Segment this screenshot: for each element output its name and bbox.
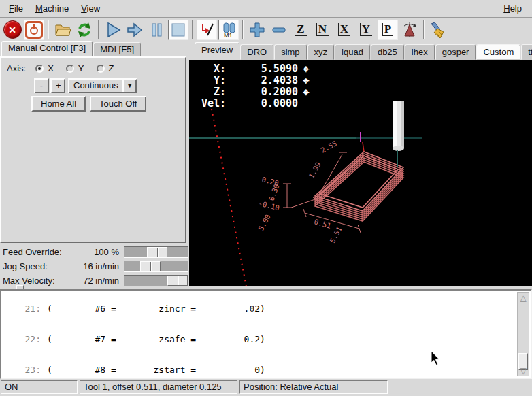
svg-text:2.55: 2.55 — [319, 139, 338, 154]
svg-text:1.99: 1.99 — [307, 161, 322, 180]
gcode-line[interactable]: 22:( #7 = zsafe = 0.2) — [1, 334, 516, 344]
optional-stop-toggle[interactable]: M1 — [218, 20, 239, 40]
max-velocity-handle[interactable] — [167, 276, 188, 286]
optional-stop-icon: M1 — [220, 21, 237, 39]
view-y-button[interactable]: Y — [356, 20, 376, 40]
manual-control-frame: Axis: X Y Z - + Continuous ▼ — [0, 56, 186, 243]
tab-xyz[interactable]: xyz — [307, 44, 335, 60]
axis-label: Axis: — [7, 63, 26, 73]
line-text: ( #8 = zstart = 0) — [47, 365, 265, 375]
zoom-in-button[interactable] — [247, 20, 267, 40]
run-icon — [104, 21, 122, 39]
view-y-icon: Y — [360, 23, 372, 36]
touch-off-button[interactable]: Touch Off — [90, 96, 146, 112]
tab-gosper[interactable]: gosper — [435, 44, 476, 60]
skip-lines-toggle[interactable] — [197, 20, 217, 40]
tab-dro[interactable]: DRO — [240, 44, 273, 60]
tab-db25[interactable]: db25 — [371, 44, 404, 60]
tab-iquad[interactable]: iquad — [335, 44, 370, 60]
view-x-icon: X — [338, 23, 350, 36]
statusbar: ON Tool 1, offset 0.511, diameter 0.125 … — [0, 379, 532, 396]
pause-button[interactable] — [146, 20, 167, 40]
open-file-button[interactable] — [52, 20, 73, 40]
view-perspective-button[interactable]: P — [378, 20, 398, 40]
toolbar-separator — [192, 20, 193, 39]
view-z-rotated-button[interactable]: N — [312, 20, 333, 40]
menu-view[interactable]: View — [75, 1, 106, 16]
scroll-up-icon[interactable]: △ — [518, 293, 529, 303]
jog-plus-button[interactable]: + — [50, 78, 65, 93]
step-arrow-icon — [126, 21, 144, 39]
preview-canvas[interactable]: X: 5.5090 ⌖ Y: 2.4038 ⌖ Z: 0.2000 ⌖ — [189, 60, 532, 286]
preview-tab-bar: Preview DRO simp xyz iquad db25 ihex gos… — [189, 42, 532, 60]
menu-help-underline: H — [503, 3, 510, 14]
tab-preview[interactable]: Preview — [195, 42, 239, 60]
gcode-line[interactable]: 21:( #6 = zincr = .02) — [1, 303, 516, 314]
gcode-scrollbar[interactable]: △ ▽ — [517, 292, 529, 376]
feed-override-slider[interactable] — [124, 246, 188, 258]
menu-view-underline: V — [81, 3, 86, 14]
feed-override-handle[interactable] — [147, 247, 167, 257]
view-x-button[interactable]: X — [334, 20, 354, 40]
machine-power-button[interactable] — [24, 20, 44, 40]
manual-control-pane: Manual Control [F3] MDI [F5] Axis: X Y Z… — [0, 42, 189, 289]
axis-z-radio[interactable] — [97, 65, 105, 73]
mouse-cursor — [431, 351, 440, 366]
line-text: ( #7 = zsafe = 0.2) — [47, 334, 265, 344]
estop-button[interactable]: ✕ — [2, 20, 22, 40]
jog-minus-button[interactable]: - — [34, 78, 49, 93]
zoom-out-button[interactable] — [269, 20, 289, 40]
menu-file[interactable]: File — [3, 1, 29, 16]
jog-increment-select[interactable]: Continuous ▼ — [68, 78, 137, 93]
toolpath — [315, 152, 403, 221]
feed-override-value: 100 % — [94, 247, 119, 257]
run-program-button[interactable] — [103, 20, 123, 40]
skip-lines-icon — [198, 21, 216, 39]
tab-manual-control[interactable]: Manual Control [F3] — [1, 41, 93, 56]
toolbar: ✕ — [0, 18, 532, 42]
svg-text:0.30: 0.30 — [267, 183, 281, 202]
toolbar-separator — [242, 20, 244, 39]
toolbar-separator — [98, 20, 99, 39]
jog-speed-handle[interactable] — [140, 261, 161, 271]
menu-machine[interactable]: Machine — [29, 1, 75, 16]
plunge-trace — [361, 132, 364, 152]
clear-plot-button[interactable] — [428, 20, 448, 40]
main-area: Manual Control [F3] MDI [F5] Axis: X Y Z… — [0, 42, 532, 289]
tab-custom[interactable]: Custom — [476, 44, 520, 60]
preview-pane: Preview DRO simp xyz iquad db25 ihex gos… — [189, 42, 532, 289]
tab-mdi[interactable]: MDI [F5] — [93, 42, 141, 56]
menu-help[interactable]: Help — [497, 1, 528, 16]
axis-x-radio[interactable] — [35, 65, 44, 73]
axis-y-radio[interactable] — [66, 65, 74, 73]
toolbar-separator — [48, 20, 49, 39]
tab-ttt[interactable]: ttt — [521, 44, 532, 60]
jog-speed-slider[interactable] — [124, 261, 188, 272]
jog-increment-value: Continuous — [69, 80, 122, 92]
machine-state-status: ON — [1, 380, 78, 394]
stop-button[interactable] — [168, 20, 188, 40]
gcode-line[interactable]: 23:( #8 = zstart = 0) — [1, 365, 516, 375]
power-icon — [25, 21, 43, 39]
menu-machine-underline: M — [35, 3, 43, 14]
scroll-down-icon[interactable]: ▽ — [518, 365, 529, 376]
tab-simp[interactable]: simp — [274, 44, 306, 60]
menu-machine-label: achine — [43, 3, 69, 14]
position-mode-status: Position: Relative Actual — [239, 380, 388, 394]
tool-info-status: Tool 1, offset 0.511, diameter 0.125 — [80, 380, 237, 394]
minus-icon — [270, 21, 288, 39]
tab-ihex[interactable]: ihex — [405, 44, 435, 60]
rotate-view-button[interactable] — [399, 20, 420, 40]
run-step-button[interactable] — [124, 20, 145, 40]
plus-icon — [248, 21, 266, 39]
svg-text:M1: M1 — [224, 32, 233, 39]
pause-icon — [148, 21, 165, 39]
gcode-listing[interactable]: 21:( #6 = zincr = .02) 22:( #7 = zsafe =… — [0, 289, 532, 379]
view-z-button[interactable]: Z — [290, 20, 311, 40]
max-velocity-value: 72 in/min — [83, 276, 119, 286]
reload-file-button[interactable] — [74, 20, 95, 40]
stop-icon — [169, 21, 187, 39]
max-velocity-slider[interactable] — [124, 275, 188, 286]
reload-icon — [76, 21, 93, 39]
home-all-button[interactable]: Home All — [31, 96, 86, 112]
